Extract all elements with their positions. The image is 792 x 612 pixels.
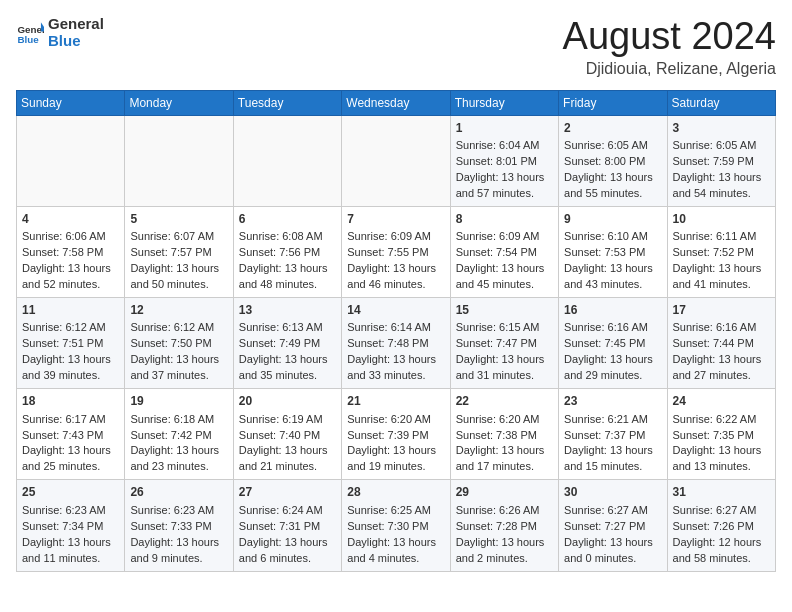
day-number: 21 bbox=[347, 393, 444, 410]
day-info: Sunrise: 6:27 AM bbox=[673, 503, 770, 519]
day-info: Daylight: 13 hours and 29 minutes. bbox=[564, 352, 661, 384]
day-info: Sunrise: 6:15 AM bbox=[456, 320, 553, 336]
day-info: Sunrise: 6:10 AM bbox=[564, 229, 661, 245]
day-info: Sunset: 7:28 PM bbox=[456, 519, 553, 535]
day-info: Sunset: 7:49 PM bbox=[239, 336, 336, 352]
day-info: Sunset: 7:51 PM bbox=[22, 336, 119, 352]
day-number: 11 bbox=[22, 302, 119, 319]
day-info: Daylight: 13 hours and 0 minutes. bbox=[564, 535, 661, 567]
day-info: Daylight: 13 hours and 52 minutes. bbox=[22, 261, 119, 293]
day-info: Sunset: 7:50 PM bbox=[130, 336, 227, 352]
calendar-week-row: 4Sunrise: 6:06 AMSunset: 7:58 PMDaylight… bbox=[17, 206, 776, 297]
day-number: 9 bbox=[564, 211, 661, 228]
day-number: 2 bbox=[564, 120, 661, 137]
calendar-week-row: 25Sunrise: 6:23 AMSunset: 7:34 PMDayligh… bbox=[17, 480, 776, 571]
day-info: Daylight: 13 hours and 6 minutes. bbox=[239, 535, 336, 567]
day-info: Daylight: 13 hours and 41 minutes. bbox=[673, 261, 770, 293]
day-info: Sunrise: 6:20 AM bbox=[347, 412, 444, 428]
day-info: Sunrise: 6:04 AM bbox=[456, 138, 553, 154]
day-of-week-header: Thursday bbox=[450, 90, 558, 115]
logo-icon: General Blue bbox=[16, 19, 44, 47]
day-info: Daylight: 13 hours and 2 minutes. bbox=[456, 535, 553, 567]
day-number: 6 bbox=[239, 211, 336, 228]
calendar-day-cell: 25Sunrise: 6:23 AMSunset: 7:34 PMDayligh… bbox=[17, 480, 125, 571]
day-info: Daylight: 13 hours and 37 minutes. bbox=[130, 352, 227, 384]
calendar-week-row: 18Sunrise: 6:17 AMSunset: 7:43 PMDayligh… bbox=[17, 389, 776, 480]
day-info: Daylight: 12 hours and 58 minutes. bbox=[673, 535, 770, 567]
calendar-day-cell: 8Sunrise: 6:09 AMSunset: 7:54 PMDaylight… bbox=[450, 206, 558, 297]
day-info: Sunrise: 6:24 AM bbox=[239, 503, 336, 519]
calendar-day-cell: 28Sunrise: 6:25 AMSunset: 7:30 PMDayligh… bbox=[342, 480, 450, 571]
day-info: Daylight: 13 hours and 9 minutes. bbox=[130, 535, 227, 567]
day-info: Sunset: 7:34 PM bbox=[22, 519, 119, 535]
calendar-day-cell: 20Sunrise: 6:19 AMSunset: 7:40 PMDayligh… bbox=[233, 389, 341, 480]
day-info: Sunrise: 6:22 AM bbox=[673, 412, 770, 428]
calendar-day-cell: 6Sunrise: 6:08 AMSunset: 7:56 PMDaylight… bbox=[233, 206, 341, 297]
day-info: Sunset: 7:48 PM bbox=[347, 336, 444, 352]
day-info: Sunset: 7:40 PM bbox=[239, 428, 336, 444]
day-info: Sunset: 7:58 PM bbox=[22, 245, 119, 261]
day-info: Sunset: 8:00 PM bbox=[564, 154, 661, 170]
day-number: 20 bbox=[239, 393, 336, 410]
day-info: Daylight: 13 hours and 48 minutes. bbox=[239, 261, 336, 293]
calendar-day-cell bbox=[17, 115, 125, 206]
calendar-day-cell: 11Sunrise: 6:12 AMSunset: 7:51 PMDayligh… bbox=[17, 298, 125, 389]
calendar-day-cell: 1Sunrise: 6:04 AMSunset: 8:01 PMDaylight… bbox=[450, 115, 558, 206]
day-info: Daylight: 13 hours and 39 minutes. bbox=[22, 352, 119, 384]
day-number: 10 bbox=[673, 211, 770, 228]
day-number: 25 bbox=[22, 484, 119, 501]
day-info: Sunset: 7:57 PM bbox=[130, 245, 227, 261]
subtitle: Djidiouia, Relizane, Algeria bbox=[563, 60, 776, 78]
day-info: Sunrise: 6:23 AM bbox=[22, 503, 119, 519]
day-of-week-header: Friday bbox=[559, 90, 667, 115]
day-info: Sunset: 7:55 PM bbox=[347, 245, 444, 261]
calendar-day-cell: 31Sunrise: 6:27 AMSunset: 7:26 PMDayligh… bbox=[667, 480, 775, 571]
calendar-day-cell: 10Sunrise: 6:11 AMSunset: 7:52 PMDayligh… bbox=[667, 206, 775, 297]
day-info: Sunset: 7:47 PM bbox=[456, 336, 553, 352]
day-of-week-header: Tuesday bbox=[233, 90, 341, 115]
day-info: Daylight: 13 hours and 57 minutes. bbox=[456, 170, 553, 202]
day-info: Sunset: 8:01 PM bbox=[456, 154, 553, 170]
calendar-day-cell: 16Sunrise: 6:16 AMSunset: 7:45 PMDayligh… bbox=[559, 298, 667, 389]
day-info: Daylight: 13 hours and 4 minutes. bbox=[347, 535, 444, 567]
day-info: Sunrise: 6:26 AM bbox=[456, 503, 553, 519]
day-info: Sunset: 7:45 PM bbox=[564, 336, 661, 352]
day-info: Sunrise: 6:16 AM bbox=[564, 320, 661, 336]
calendar-day-cell: 12Sunrise: 6:12 AMSunset: 7:50 PMDayligh… bbox=[125, 298, 233, 389]
calendar-day-cell: 9Sunrise: 6:10 AMSunset: 7:53 PMDaylight… bbox=[559, 206, 667, 297]
main-title: August 2024 bbox=[563, 16, 776, 58]
calendar-day-cell: 21Sunrise: 6:20 AMSunset: 7:39 PMDayligh… bbox=[342, 389, 450, 480]
day-info: Sunset: 7:38 PM bbox=[456, 428, 553, 444]
day-of-week-header: Monday bbox=[125, 90, 233, 115]
day-number: 24 bbox=[673, 393, 770, 410]
day-info: Sunrise: 6:05 AM bbox=[564, 138, 661, 154]
calendar-day-cell: 27Sunrise: 6:24 AMSunset: 7:31 PMDayligh… bbox=[233, 480, 341, 571]
calendar-day-cell bbox=[233, 115, 341, 206]
calendar-day-cell: 18Sunrise: 6:17 AMSunset: 7:43 PMDayligh… bbox=[17, 389, 125, 480]
calendar-day-cell: 4Sunrise: 6:06 AMSunset: 7:58 PMDaylight… bbox=[17, 206, 125, 297]
day-info: Sunrise: 6:12 AM bbox=[22, 320, 119, 336]
day-info: Sunrise: 6:17 AM bbox=[22, 412, 119, 428]
calendar-day-cell: 30Sunrise: 6:27 AMSunset: 7:27 PMDayligh… bbox=[559, 480, 667, 571]
day-info: Sunset: 7:27 PM bbox=[564, 519, 661, 535]
calendar-week-row: 1Sunrise: 6:04 AMSunset: 8:01 PMDaylight… bbox=[17, 115, 776, 206]
day-number: 27 bbox=[239, 484, 336, 501]
day-info: Daylight: 13 hours and 31 minutes. bbox=[456, 352, 553, 384]
day-info: Sunset: 7:59 PM bbox=[673, 154, 770, 170]
day-of-week-header: Sunday bbox=[17, 90, 125, 115]
day-info: Sunset: 7:53 PM bbox=[564, 245, 661, 261]
day-info: Sunrise: 6:27 AM bbox=[564, 503, 661, 519]
day-info: Sunset: 7:44 PM bbox=[673, 336, 770, 352]
calendar-day-cell: 3Sunrise: 6:05 AMSunset: 7:59 PMDaylight… bbox=[667, 115, 775, 206]
calendar-day-cell: 2Sunrise: 6:05 AMSunset: 8:00 PMDaylight… bbox=[559, 115, 667, 206]
day-number: 18 bbox=[22, 393, 119, 410]
day-info: Sunset: 7:30 PM bbox=[347, 519, 444, 535]
day-info: Sunset: 7:33 PM bbox=[130, 519, 227, 535]
day-number: 23 bbox=[564, 393, 661, 410]
day-info: Sunset: 7:26 PM bbox=[673, 519, 770, 535]
calendar-day-cell bbox=[342, 115, 450, 206]
day-info: Sunrise: 6:25 AM bbox=[347, 503, 444, 519]
day-info: Daylight: 13 hours and 13 minutes. bbox=[673, 443, 770, 475]
day-info: Daylight: 13 hours and 55 minutes. bbox=[564, 170, 661, 202]
day-number: 17 bbox=[673, 302, 770, 319]
